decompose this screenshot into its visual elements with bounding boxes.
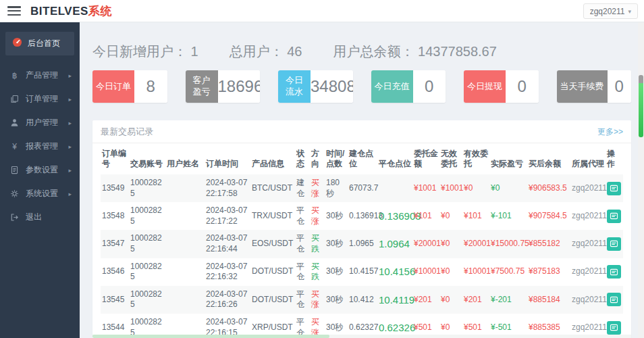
user-dropdown[interactable]: zgq20211 ▾ <box>583 3 638 19</box>
cell-invalid-entrust: ¥0 <box>439 286 462 314</box>
cell-open-price: 10.4157 <box>348 258 377 286</box>
row-detail-button[interactable] <box>607 265 621 279</box>
user-icon <box>9 118 20 127</box>
more-link[interactable]: 更多>> <box>597 120 623 143</box>
cell-user-name <box>165 258 205 286</box>
app-title-en: BITELVES <box>30 5 88 18</box>
cell-agent: zgq20211 <box>570 286 606 314</box>
sidebar-item-system[interactable]: 系统设置 ▸ <box>0 182 80 206</box>
sidebar-item-products[interactable]: ฿ 产品管理 ▸ <box>0 64 80 87</box>
params-icon <box>9 166 20 174</box>
cell-entrust-amount: ¥1001 <box>412 174 439 202</box>
chevron-right-icon: ▸ <box>68 120 72 126</box>
cell-period: 30秒 <box>325 202 348 230</box>
cell-order-time: 2024-03-07 22:16:26 <box>205 286 250 314</box>
stat-card-today-withdraw: 今日提现 0 <box>464 70 539 103</box>
cell-status: 建仓 <box>295 174 310 202</box>
cell-period: 30秒 <box>325 230 348 258</box>
cell-direction: 买涨 <box>310 202 325 230</box>
orders-icon <box>9 95 20 103</box>
latest-trades-panel: 最新交易记录 更多>> 订单编号 交易账号 用户姓名 订单时间 产品信息 状态 <box>92 120 631 338</box>
cell-order-id: 13546 <box>101 258 129 286</box>
cell-valid-entrust: ¥10001 <box>462 258 489 286</box>
col-order-time: 订单时间 <box>205 143 250 174</box>
sidebar-item-orders[interactable]: 订单管理 ▸ <box>0 87 80 111</box>
cell-entrust-amount: ¥20001 <box>412 230 439 258</box>
vertical-scrollbar-thumb[interactable] <box>639 75 643 137</box>
dashboard-icon <box>12 37 22 50</box>
sidebar-item-label: 退出 <box>26 212 42 223</box>
cell-invalid-entrust: ¥0 <box>439 230 462 258</box>
cell-status: 平仓 <box>295 258 310 286</box>
cell-actions <box>606 202 623 230</box>
horizontal-scrollbar[interactable] <box>92 335 631 338</box>
hamburger-icon[interactable] <box>7 6 21 16</box>
detail-icon <box>610 184 618 193</box>
table-header-row: 订单编号 交易账号 用户姓名 订单时间 产品信息 状态 方向 时间/点数 建仓点… <box>101 143 623 174</box>
caret-down-icon: ▾ <box>628 8 631 15</box>
summary-stats: 今日新增用户： 1 总用户： 46 用户总余额： 14377858.67 <box>92 43 631 61</box>
row-detail-button[interactable] <box>607 182 621 195</box>
col-close-price: 平仓点位 <box>377 143 412 174</box>
cell-agent: zgq20211 <box>570 174 606 202</box>
sidebar-item-users[interactable]: 用户管理 ▸ <box>0 111 80 135</box>
row-detail-button[interactable] <box>607 321 621 335</box>
sidebar-item-home[interactable]: 后台首页 <box>5 32 74 55</box>
stat-card-label: 今日提现 <box>464 70 506 103</box>
cell-entrust-amount: ¥101 <box>412 202 439 230</box>
cell-actions <box>606 258 623 286</box>
cell-balance-after: ¥885184 <box>527 286 570 314</box>
sidebar-item-label: 用户管理 <box>26 117 58 128</box>
col-valid-entrust: 有效委托 <box>462 143 489 174</box>
cell-actual-pnl: ¥0 <box>489 174 527 202</box>
stat-cards: 今日订单 8 客户盈亏 18696.5 今日流水 34808 今日充值 0 今日… <box>92 70 631 103</box>
col-agent: 所属代理 <box>570 143 606 174</box>
row-detail-button[interactable] <box>607 293 621 306</box>
table-row: 13547 10002825 2024-03-07 22:16:44 EOS/U… <box>101 230 623 258</box>
sidebar-item-label: 报表管理 <box>26 141 58 152</box>
sidebar-item-params[interactable]: 参数设置 ▸ <box>0 158 80 182</box>
cell-user-name <box>165 230 205 258</box>
col-direction: 方向 <box>310 143 325 174</box>
col-account: 交易账号 <box>129 143 165 174</box>
detail-icon <box>610 239 618 248</box>
chevron-right-icon: ▸ <box>68 167 72 174</box>
cell-account: 10002825 <box>129 202 165 230</box>
cell-direction: 买跌 <box>310 230 325 258</box>
row-detail-button[interactable] <box>607 210 621 223</box>
top-bar: BITELVES系统 zgq20211 ▾ <box>0 0 644 22</box>
cell-status: 平仓 <box>295 286 310 314</box>
stat-card-value: 0 <box>413 70 446 103</box>
horizontal-scrollbar-thumb[interactable] <box>92 335 329 338</box>
cell-valid-entrust: ¥101 <box>462 202 489 230</box>
cell-order-time: 2024-03-07 22:17:58 <box>205 174 250 202</box>
chevron-right-icon: ▸ <box>68 72 72 79</box>
sidebar-item-logout[interactable]: 退出 <box>0 206 80 229</box>
cell-user-name <box>165 174 205 202</box>
cell-valid-entrust: ¥20001 <box>462 230 489 258</box>
cell-open-price: 67073.7 <box>348 174 377 202</box>
col-user-name: 用户姓名 <box>165 143 205 174</box>
cell-balance-after: ¥907584.5 <box>527 202 570 230</box>
sidebar-item-label: 参数设置 <box>26 164 58 176</box>
cell-valid-entrust: ¥201 <box>462 286 489 314</box>
sidebar-item-label: 系统设置 <box>26 188 58 199</box>
row-detail-button[interactable] <box>607 237 621 251</box>
cell-close-price: 1.0964 <box>377 230 412 258</box>
sidebar-item-reports[interactable]: ¥ 报表管理 ▸ <box>0 135 80 158</box>
sidebar-item-label: 后台首页 <box>28 38 60 49</box>
cell-account: 10002825 <box>129 258 165 286</box>
sidebar: 后台首页 ฿ 产品管理 ▸ 订单管理 ▸ 用户管理 ▸ ¥ 报表管理 ▸ 参数设… <box>0 22 80 338</box>
cell-balance-after: ¥855182 <box>527 230 570 258</box>
cell-user-name <box>165 286 205 314</box>
cell-invalid-entrust: ¥0 <box>439 258 462 286</box>
cell-close-price: 10.4119 <box>377 286 412 314</box>
summary-total-balance: 用户总余额： 14377858.67 <box>333 43 497 61</box>
cell-account: 10002825 <box>129 174 165 202</box>
cell-period: 180秒 <box>325 174 348 202</box>
stat-card-label: 当天手续费 <box>557 70 608 103</box>
cell-product: EOS/USDT <box>250 230 295 258</box>
col-status: 状态 <box>295 143 310 174</box>
cell-open-price: 0.136913 <box>348 202 377 230</box>
vertical-scrollbar[interactable] <box>638 22 644 338</box>
